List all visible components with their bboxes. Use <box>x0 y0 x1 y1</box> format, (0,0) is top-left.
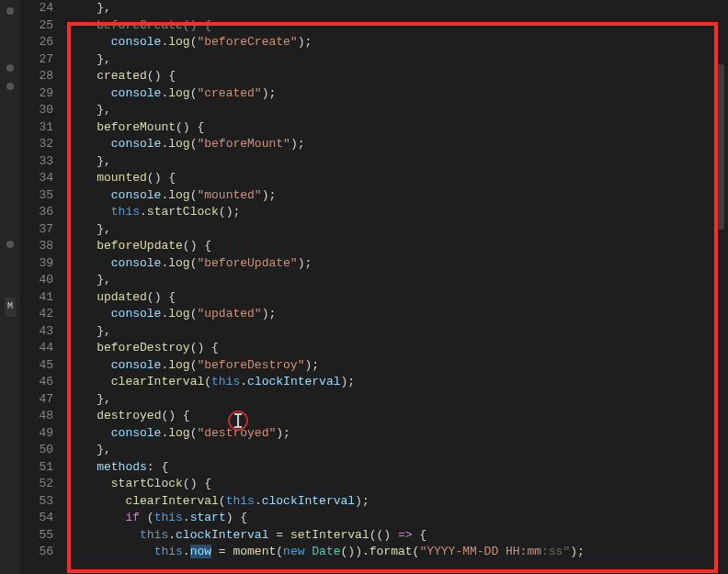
code-line[interactable]: console.log("destroyed"); <box>68 425 728 443</box>
code-line[interactable]: created() { <box>68 68 728 85</box>
line-number: 41 <box>20 289 53 307</box>
code-line[interactable]: beforeCreate() { <box>68 17 728 35</box>
line-number: 25 <box>20 17 53 35</box>
code-line[interactable]: this.now = moment(new Date()).format("YY… <box>68 544 728 561</box>
code-line[interactable]: startClock() { <box>68 476 728 493</box>
line-number: 55 <box>20 527 53 545</box>
line-number: 32 <box>20 136 53 153</box>
code-line[interactable]: this.clockInterval = setInterval(() => { <box>68 527 728 545</box>
code-line[interactable]: destroyed() { <box>68 408 728 425</box>
code-line[interactable]: }, <box>68 272 728 289</box>
line-number: 28 <box>20 68 53 85</box>
code-line[interactable]: }, <box>68 51 728 69</box>
code-line[interactable]: }, <box>68 391 728 409</box>
code-line[interactable]: console.log("beforeMount"); <box>68 136 728 153</box>
line-number: 50 <box>20 442 53 459</box>
line-number: 38 <box>20 238 53 255</box>
code-line[interactable]: updated() { <box>68 289 728 307</box>
code-line[interactable]: }, <box>68 0 728 17</box>
code-line[interactable]: if (this.start) { <box>68 510 728 527</box>
line-number: 43 <box>20 323 53 341</box>
code-line[interactable]: clearInterval(this.clockInterval); <box>68 374 728 391</box>
code-line[interactable]: }, <box>68 442 728 459</box>
editor-wrap: M 24252627282930313233343536373839404142… <box>0 0 728 574</box>
line-number: 51 <box>20 459 53 477</box>
code-line[interactable]: console.log("mounted"); <box>68 187 728 205</box>
line-number: 35 <box>20 187 53 205</box>
code-line[interactable]: console.log("beforeDestroy"); <box>68 357 728 375</box>
line-number: 42 <box>20 306 53 323</box>
line-number: 31 <box>20 119 53 137</box>
line-number: 44 <box>20 340 53 357</box>
activity-dot-4[interactable] <box>6 241 14 248</box>
code-line[interactable]: beforeDestroy() { <box>68 340 728 357</box>
activity-dot-3[interactable] <box>6 83 14 90</box>
activity-dot-1[interactable] <box>6 7 14 15</box>
code-line[interactable]: }, <box>68 153 728 171</box>
line-number: 24 <box>20 0 53 17</box>
code-editor[interactable]: 2425262728293031323334353637383940414243… <box>20 0 728 574</box>
line-number: 53 <box>20 493 53 511</box>
line-number: 39 <box>20 255 53 273</box>
line-number: 46 <box>20 374 53 391</box>
code-line[interactable]: clearInterval(this.clockInterval); <box>68 493 728 511</box>
line-number: 29 <box>20 85 53 103</box>
code-line[interactable]: this.startClock(); <box>68 204 728 221</box>
activity-dot-2[interactable] <box>6 64 14 72</box>
code-line[interactable]: }, <box>68 102 728 119</box>
code-line[interactable]: beforeMount() { <box>68 119 728 137</box>
code-line[interactable]: methods: { <box>68 459 728 477</box>
line-number: 48 <box>20 408 53 425</box>
line-number: 52 <box>20 476 53 493</box>
line-number: 56 <box>20 544 53 561</box>
code-line[interactable]: }, <box>68 323 728 341</box>
line-number: 49 <box>20 425 53 443</box>
line-number: 40 <box>20 272 53 289</box>
code-line[interactable]: beforeUpdate() { <box>68 238 728 255</box>
activity-badge[interactable]: M <box>5 298 16 317</box>
code-area[interactable]: }, beforeCreate() { console.log("beforeC… <box>68 0 728 574</box>
code-line[interactable]: console.log("beforeCreate"); <box>68 34 728 51</box>
scrollbar-thumb[interactable] <box>715 64 724 230</box>
line-number: 27 <box>20 51 53 69</box>
line-number: 34 <box>20 170 53 187</box>
line-number: 33 <box>20 153 53 171</box>
code-line[interactable]: console.log("updated"); <box>68 306 728 323</box>
line-number-gutter: 2425262728293031323334353637383940414243… <box>20 0 68 574</box>
code-line[interactable]: console.log("created"); <box>68 85 728 103</box>
line-number: 45 <box>20 357 53 375</box>
line-number: 47 <box>20 391 53 409</box>
code-line[interactable]: }, <box>68 221 728 239</box>
line-number: 37 <box>20 221 53 239</box>
code-line[interactable]: mounted() { <box>68 170 728 187</box>
activity-bar: M <box>0 0 20 574</box>
line-number: 26 <box>20 34 53 51</box>
line-number: 30 <box>20 102 53 119</box>
code-line[interactable]: console.log("beforeUpdate"); <box>68 255 728 273</box>
line-number: 54 <box>20 510 53 527</box>
line-number: 36 <box>20 204 53 221</box>
